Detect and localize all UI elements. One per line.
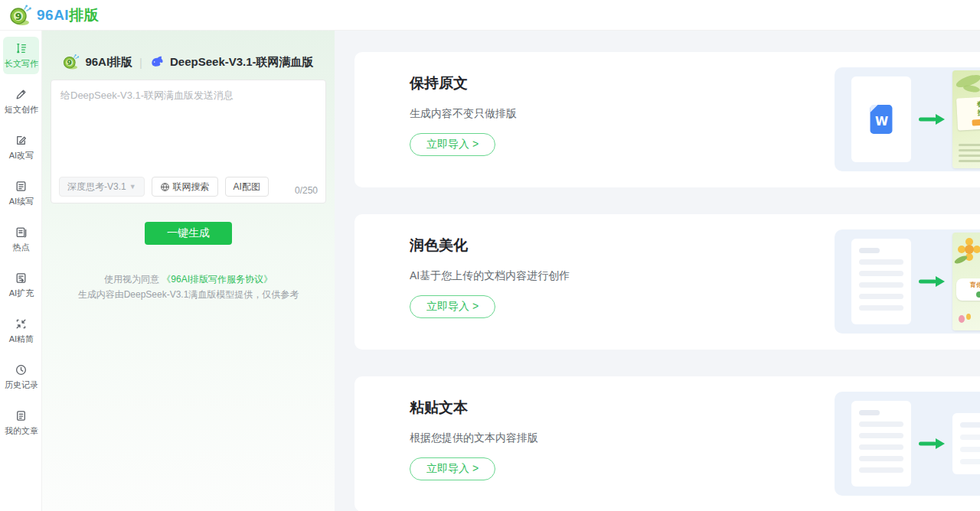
composer-model-name: DeepSeek-V3.1-联网满血版 [170,55,314,70]
card-preview-image: W 春启教研路 携手共提升 [835,67,980,171]
word-file-icon: W [868,104,894,135]
app-logo: 9 96AI排版 [9,4,99,27]
sidebar-item-label: 热点 [12,242,29,252]
sidebar-item-continue[interactable]: AI续写 [3,174,39,212]
composer-brand-name: 96AI排版 [85,55,132,70]
thumb-title-line: 春启教研路 [958,98,980,110]
svg-text:W: W [875,115,888,129]
sidebar-item-shortform[interactable]: 短文创作 [3,83,39,120]
app-header: 9 96AI排版 [0,0,980,31]
card-paste-text: 粘贴文本 根据您提供的文本内容排版 立即导入 > [354,376,980,511]
sidebar-item-label: 历史记录 [4,379,38,390]
deep-think-dropdown[interactable]: 深度思考-V3.1 ▼ [59,177,145,197]
history-icon [15,363,28,376]
composer-brand-row: 9 96AI排版 | DeepSeek-V3.1-联网满血版 [42,54,335,70]
chevron-down-icon: ▼ [129,183,136,190]
ai-image-toggle[interactable]: AI配图 [225,177,269,197]
svg-text:9: 9 [15,10,22,21]
sidebar-item-history[interactable]: 历史记录 [3,358,39,395]
char-counter: 0/250 [295,185,318,197]
main-content: 保持原文 生成内容不变只做排版 立即导入 > W [335,31,980,511]
import-now-button[interactable]: 立即导入 > [410,457,495,480]
deep-think-label: 深度思考-V3.1 [67,181,126,194]
sidebar-item-expand[interactable]: AI扩充 [3,266,39,304]
continue-icon [15,180,28,193]
composer-box: 深度思考-V3.1 ▼ 联网搜索 AI配图 0/250 [51,80,326,203]
sidebar-item-label: AI精简 [8,334,34,344]
rewrite-icon [15,134,28,147]
my-articles-icon [15,409,28,422]
ai-image-label: AI配图 [234,181,260,194]
terms-note: 生成内容由DeepSeek-V3.1满血版模型提供，仅供参考 [42,287,335,302]
sidebar-item-label: AI扩充 [8,288,34,298]
card-polish: 润色美化 AI基于您上传的文档内容进行创作 立即导入 > ✦ ☁ ☁ [354,214,980,350]
sidebar-item-label: AI改写 [8,150,34,161]
expand-icon [15,272,28,285]
arrow-right-icon [917,112,946,126]
thumb-title-line: 育你出彩唱响未来 [956,281,980,289]
formatted-article-thumbnail: 春启教研路 携手共提升 [952,70,980,168]
generate-button[interactable]: 一键生成 [145,222,232,245]
web-search-label: 联网搜索 [173,181,210,194]
composer-panel: 9 96AI排版 | DeepSeek-V3.1-联网满血版 深度思考-V3.1… [42,31,335,511]
sidebar-item-label: AI续写 [8,196,34,207]
brand-divider: | [138,56,144,69]
longform-icon [15,42,28,55]
sidebar-item-rewrite[interactable]: AI改写 [3,129,39,166]
sidebar-item-condense[interactable]: AI精简 [3,312,39,350]
card-preview-image: ✦ ☁ ☁ 育你出彩唱响未来 〰 [835,229,980,334]
formatted-article-thumbnail: ✦ ☁ ☁ 育你出彩唱响未来 〰 [952,233,980,330]
sidebar-item-longform[interactable]: 长文写作 [3,37,39,74]
card-preview-image [835,392,980,496]
app-title: 96AI排版 [37,5,99,25]
deepseek-whale-icon [149,54,165,70]
card-keep-original: 保持原文 生成内容不变只做排版 立即导入 > W [354,52,980,187]
snail-logo-icon: 9 [63,54,80,70]
svg-text:9: 9 [67,58,72,67]
arrow-right-icon [917,275,946,288]
snail-logo-icon: 9 [9,4,32,27]
import-now-button[interactable]: 立即导入 > [410,295,495,318]
sidebar-item-label: 长文写作 [4,58,38,69]
terms-text: 使用视为同意 《96AI排版写作服务协议》 生成内容由DeepSeek-V3.1… [42,272,335,302]
shortform-icon [15,88,28,101]
import-now-button[interactable]: 立即导入 > [410,133,495,156]
globe-icon [160,182,170,192]
sidebar-item-label: 短文创作 [4,104,38,115]
service-agreement-link[interactable]: 《96AI排版写作服务协议》 [162,274,273,285]
text-doc-graphic [851,401,911,487]
arrow-right-icon [917,437,946,451]
composer-toolbar: 深度思考-V3.1 ▼ 联网搜索 AI配图 0/250 [59,177,318,197]
condense-icon [15,317,28,330]
word-doc-graphic: W [851,76,911,162]
prompt-input[interactable] [51,80,325,171]
sidebar-item-my-articles[interactable]: 我的文章 [3,404,39,441]
web-search-toggle[interactable]: 联网搜索 [152,177,218,197]
sidebar-item-label: 我的文章 [4,425,38,436]
terms-prefix: 使用视为同意 [104,274,162,285]
sidebar: 长文写作 短文创作 AI改写 AI续写 热点 AI扩充 AI精简 历史记录 [0,31,42,511]
hotspot-icon [15,226,28,239]
sidebar-item-hotspot[interactable]: 热点 [3,220,39,258]
text-doc-graphic [851,239,911,324]
formatted-doc-graphic [952,413,980,474]
